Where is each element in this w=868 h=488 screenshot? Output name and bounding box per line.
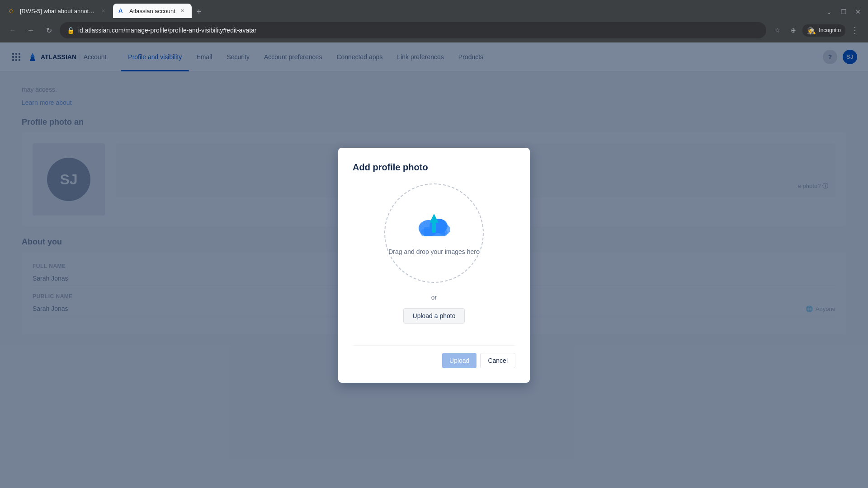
modal-footer: Upload Cancel xyxy=(353,345,515,368)
tab2-close[interactable]: ✕ xyxy=(179,7,186,14)
tab1-favicon: ◇ xyxy=(9,7,16,14)
tab2-favicon: A xyxy=(118,7,126,14)
tab2-title: Atlassian account xyxy=(129,8,175,14)
new-tab-button[interactable]: + xyxy=(193,5,205,18)
tab-annotations[interactable]: ◇ [RWS-5] what about annotations... ✕ xyxy=(4,4,112,18)
address-bar: ← → ↻ 🔒 id.atlassian.com/manage-profile/… xyxy=(0,18,868,42)
incognito-icon: 🕵 xyxy=(807,26,816,35)
upload-photo-button[interactable]: Upload a photo xyxy=(403,308,465,324)
bookmark-button[interactable]: ☆ xyxy=(770,23,784,38)
add-photo-modal: Add profile photo Drag and drop your ima… xyxy=(338,148,530,383)
url-bar[interactable]: 🔒 id.atlassian.com/manage-profile/profil… xyxy=(60,22,766,38)
modal-title: Add profile photo xyxy=(353,162,515,173)
or-divider: or xyxy=(353,294,515,301)
incognito-badge: 🕵 Incognito xyxy=(802,24,845,37)
tab-bar-minimize[interactable]: ⌄ xyxy=(823,5,835,18)
lock-icon: 🔒 xyxy=(67,27,75,34)
forward-button[interactable]: → xyxy=(24,23,38,38)
browser-chrome: ◇ [RWS-5] what about annotations... ✕ A … xyxy=(0,0,868,42)
drop-zone[interactable]: Drag and drop your images here xyxy=(384,183,484,283)
tab-bar: ◇ [RWS-5] what about annotations... ✕ A … xyxy=(0,0,868,18)
tab-bar-close[interactable]: ✕ xyxy=(852,5,864,18)
drop-zone-text: Drag and drop your images here xyxy=(388,247,480,257)
browser-menu-button[interactable]: ⋮ xyxy=(847,23,863,37)
tab1-title: [RWS-5] what about annotations... xyxy=(20,8,96,14)
tab-atlassian[interactable]: A Atlassian account ✕ xyxy=(113,4,192,18)
cloud-upload-icon xyxy=(416,210,452,242)
modal-overlay[interactable]: Add profile photo Drag and drop your ima… xyxy=(0,42,868,488)
address-bar-right: ☆ ⊕ 🕵 Incognito ⋮ xyxy=(770,23,863,38)
url-text: id.atlassian.com/manage-profile/profile-… xyxy=(78,27,759,34)
cancel-button[interactable]: Cancel xyxy=(480,353,515,368)
back-button[interactable]: ← xyxy=(5,23,20,38)
tab-bar-restore[interactable]: ❐ xyxy=(837,5,850,18)
tab1-close[interactable]: ✕ xyxy=(99,7,107,14)
page-content: ATLASSIAN | Account Profile and visibili… xyxy=(0,42,868,488)
reload-button[interactable]: ↻ xyxy=(42,23,56,38)
upload-button[interactable]: Upload xyxy=(442,353,476,368)
incognito-label: Incognito xyxy=(819,27,841,33)
tab-bar-right: ⌄ ❐ ✕ xyxy=(823,5,868,18)
extension-button[interactable]: ⊕ xyxy=(786,23,801,38)
